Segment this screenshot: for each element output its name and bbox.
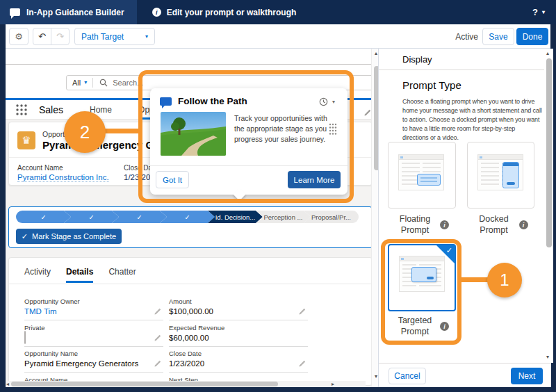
edit-pencil-icon[interactable] [154, 334, 162, 342]
info-icon[interactable]: i [440, 322, 449, 331]
chevron-down-icon: ▾ [145, 34, 148, 40]
drag-handle-icon[interactable] [329, 123, 337, 135]
scroll-down-icon[interactable]: ▾ [546, 354, 549, 360]
path-stage-complete[interactable]: ✓ [64, 211, 119, 223]
field-label: Opportunity Name [24, 350, 163, 357]
tab-chatter[interactable]: Chatter [108, 259, 136, 283]
panel-header-title: Display [402, 54, 432, 65]
next-button[interactable]: Next [511, 368, 543, 384]
owner-link[interactable]: TMD Tim [24, 307, 163, 316]
check-icon: ✓ [22, 232, 28, 241]
search-icon [99, 79, 108, 87]
scroll-down-icon[interactable]: ▾ [375, 374, 377, 379]
panel-footer: Cancel Next [379, 363, 551, 387]
account-name-link[interactable]: Pyramid Construction Inc. [17, 173, 109, 182]
option-floating-prompt[interactable] [388, 142, 456, 209]
option-label: Targeted Prompt [395, 316, 435, 337]
mark-stage-label: Mark Stage as Complete [32, 232, 116, 240]
help-question-icon[interactable]: ? [532, 7, 538, 17]
prompt-type-heading: Prompt Type [402, 79, 461, 91]
edit-pencil-icon[interactable] [154, 359, 162, 368]
prompt-title: Follow the Path [178, 96, 247, 106]
horizontal-scrollbar[interactable]: ◂ ▸ [6, 381, 366, 387]
scroll-right-icon[interactable]: ▸ [332, 382, 334, 387]
builder-toolbar: ⚙ ↶ ↷ Path Target ▾ Active Save Done [6, 24, 550, 49]
mock-browser-bar [399, 155, 443, 160]
target-dropdown[interactable]: Path Target ▾ [74, 28, 155, 45]
snooze-clock-icon[interactable] [319, 97, 328, 106]
redo-button[interactable]: ↷ [51, 28, 70, 45]
builder-context-label: Edit your prompt or walkthrough [167, 8, 297, 17]
info-icon[interactable]: i [440, 220, 449, 229]
redo-icon: ↷ [56, 31, 64, 42]
got-it-button[interactable]: Got It [156, 171, 189, 188]
path-stage-upcoming[interactable]: Perception ... [256, 211, 311, 223]
check-icon: ✓ [185, 213, 190, 221]
save-button[interactable]: Save [482, 28, 514, 45]
edit-pencil-icon[interactable] [298, 359, 306, 368]
cancel-button[interactable]: Cancel [389, 368, 426, 384]
search-input[interactable]: Search... [93, 79, 143, 87]
field-value: $60,000.00 [169, 334, 308, 342]
mock-content-lines [481, 163, 499, 187]
done-button[interactable]: Done [516, 28, 548, 45]
annotation-connector-1 [457, 277, 491, 282]
option-docked-prompt[interactable] [467, 142, 534, 209]
targeted-prompt-label: Targeted Prompt i [384, 316, 459, 337]
path-stage-complete[interactable]: ✓ [160, 211, 215, 223]
path-stage-current[interactable]: Id. Decision... [208, 211, 263, 223]
search-placeholder: Search... [113, 79, 143, 87]
option-label: Docked Prompt [474, 214, 514, 236]
change-owner-icon[interactable] [154, 307, 162, 316]
undo-button[interactable]: ↶ [33, 28, 51, 45]
field-value: Pyramid Emergency Generators [24, 359, 163, 368]
learn-more-button[interactable]: Learn More [288, 171, 341, 188]
annotation-connector-2 [103, 129, 142, 133]
horizontal-scroll-thumb[interactable] [11, 382, 278, 386]
preview-frame-edge [6, 64, 371, 65]
path-stage-upcoming[interactable]: Proposal/Pr... [304, 211, 359, 223]
scroll-up-icon[interactable]: ▴ [375, 51, 377, 56]
tab-details[interactable]: Details [66, 259, 93, 283]
field-expected-revenue: Expected Revenue $60,000.00 [169, 322, 308, 347]
field-label: Opportunity Owner [24, 297, 163, 305]
floating-prompt-shape [417, 174, 441, 186]
vertical-scrollbar[interactable]: ▴ ▾ [371, 49, 378, 387]
status-label: Active [455, 32, 478, 42]
gear-icon: ⚙ [15, 31, 23, 42]
app-launcher-icon[interactable] [15, 104, 28, 116]
prompt-body-text: Track your opportunities with the approp… [234, 113, 338, 145]
chevron-down-icon[interactable]: ▾ [332, 99, 335, 105]
edit-pencil-icon[interactable] [298, 307, 306, 316]
field-private: Private [24, 322, 163, 347]
builder-context: i Edit your prompt or walkthrough [152, 8, 297, 17]
chevron-down-icon: ▾ [84, 80, 87, 85]
display-panel: Display Prompt Type Choose a floating pr… [378, 49, 550, 387]
field-close-date: Close Date 1/23/2020 [169, 348, 308, 373]
app-name: Sales [39, 104, 63, 115]
info-icon[interactable]: i [519, 220, 528, 229]
prompt-image [161, 112, 226, 156]
search-scope-value: All [72, 79, 81, 87]
guidance-bubble-icon [10, 8, 20, 16]
private-checkbox[interactable] [24, 331, 26, 344]
path-stage-complete[interactable]: ✓ [16, 211, 71, 223]
tab-activity[interactable]: Activity [24, 259, 51, 283]
scroll-left-icon[interactable]: ◂ [6, 382, 9, 387]
settings-button[interactable]: ⚙ [9, 28, 28, 45]
record-detail-card: Activity Details Chatter Opportunity Own… [8, 257, 373, 386]
mark-stage-complete-button[interactable]: ✓ Mark Stage as Complete [16, 229, 122, 244]
help-menu[interactable]: ? ▾ [532, 7, 545, 17]
info-icon: i [152, 8, 161, 17]
sales-path: ✓ ✓ ✓ ✓ Id. Decision... Perception ... P… [8, 206, 373, 248]
field-amount: Amount $100,000.00 [169, 296, 308, 320]
search-scope[interactable]: All ▾ [67, 79, 92, 87]
panel-scrollbar[interactable]: ▴ ▾ [544, 49, 553, 363]
opportunity-icon: ♛ [17, 131, 35, 149]
field-opportunity-owner: Opportunity Owner TMD Tim [24, 296, 163, 320]
path-stage-complete[interactable]: ✓ [112, 211, 167, 223]
scroll-up-icon[interactable]: ▴ [546, 51, 549, 56]
option-targeted-prompt[interactable]: ✓ [388, 244, 456, 311]
account-name-label: Account Name [17, 164, 63, 172]
panel-scroll-thumb[interactable] [546, 58, 552, 247]
